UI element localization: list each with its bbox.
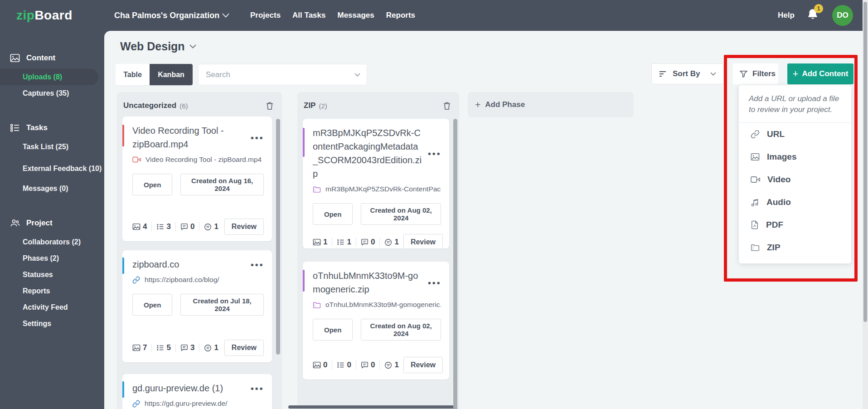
stat-phases: 1 [199,343,223,352]
more-options-icon[interactable]: ●●● [250,385,264,392]
stat-value: 1 [394,360,398,370]
sidebar-item-collaborators[interactable]: Collaborators (2) [0,234,104,250]
sidebar-item-uploads[interactable]: Uploads (8) [0,69,98,85]
tab-table[interactable]: Table [116,64,150,85]
stat-value: 5 [166,343,170,352]
project-title: Web Design [120,40,185,53]
help-link[interactable]: Help [778,11,795,20]
created-date-chip[interactable]: Created on Jul 18, 2024 [180,294,264,316]
add-content-label: Add Content [802,69,848,78]
sidebar-item-captures[interactable]: Captures (35) [0,85,104,102]
content-card-gd-guru[interactable]: gd.guru-preview.de (1) ●●● https://gd.gu… [122,374,272,409]
sidebar-item-external-feedback[interactable]: External Feedback (10) [0,155,104,180]
trash-icon[interactable] [266,102,274,110]
sidebar-item-messages[interactable]: Messages (0) [0,180,104,197]
stat-tasks: 5 [151,343,175,352]
menu-item-audio[interactable]: Audio [739,191,851,214]
review-button[interactable]: Review [403,234,443,248]
video-camera-icon [751,176,760,183]
sort-by-button[interactable]: Sort By [651,63,724,84]
sidebar-items-project: Collaborators (2) Phases (2) Statuses Re… [0,234,104,332]
nav-projects[interactable]: Projects [250,11,281,20]
video-camera-icon [132,156,141,163]
chevron-down-icon [189,44,196,49]
open-button[interactable]: Open [132,174,172,195]
chevron-down-icon [710,72,716,76]
card-title: mR3BpMJKqP5ZSDvRk-ContentPackagingMetada… [313,126,423,180]
add-phase-button[interactable]: + Add Phase [468,92,634,117]
card-file-link[interactable]: https://gd.guru-preview.de/ [132,399,264,408]
menu-item-pdf[interactable]: PDF [739,214,851,236]
open-button[interactable]: Open [132,294,172,316]
review-button[interactable]: Review [403,357,443,373]
menu-item-zip[interactable]: ZIP [739,236,851,259]
menu-item-label: ZIP [767,243,781,253]
card-accent-bar [122,258,124,274]
card-file-link[interactable]: Video Recording Tool - zipBoard.mp4 [132,156,264,164]
chevron-down-icon [222,13,229,18]
menu-item-video[interactable]: Video [739,168,851,191]
project-title-dropdown[interactable]: Web Design [120,40,196,53]
filters-label: Filters [752,69,776,78]
card-file-link[interactable]: mR3BpMJKqP5ZSDvRk-ContentPacka... [313,185,441,193]
organization-selector[interactable]: Cha Palmos's Organization [114,11,229,20]
tab-kanban[interactable]: Kanban [150,64,193,85]
menu-item-url[interactable]: URL [739,123,851,146]
sidebar-header-project: Project [0,217,104,229]
stat-value: 0 [190,222,194,231]
more-options-icon[interactable]: ●●● [427,279,441,286]
column-scrollbar[interactable] [276,119,280,355]
more-options-icon[interactable]: ●●● [427,150,441,157]
kanban-column-uncategorized: Uncategorized (6) Video Recording Tool -… [117,92,282,409]
content-card-zipboard-co[interactable]: zipboard.co ●●● https://zipboard.co/blog… [122,250,272,362]
review-button[interactable]: Review [224,219,264,235]
card-accent-bar [122,381,124,398]
open-button[interactable]: Open [313,203,353,225]
more-options-icon[interactable]: ●●● [250,261,264,268]
nav-all-tasks[interactable]: All Tasks [292,11,325,20]
column-title: ZIP [304,101,315,110]
column-scrollbar[interactable] [453,119,457,409]
card-file-link[interactable]: oTnhuLbMnmK33to9M-gomogeneric.... [313,301,441,309]
sidebar-section-title: Tasks [26,123,48,132]
stat-tasks: 3 [151,222,175,231]
search-input[interactable] [199,70,354,79]
sidebar-item-settings[interactable]: Settings [0,316,104,332]
review-button[interactable]: Review [224,340,264,356]
created-date-chip[interactable]: Created on Aug 02, 2024 [361,319,441,341]
sidebar-item-reports[interactable]: Reports [0,283,104,299]
menu-item-images[interactable]: Images [739,146,851,168]
card-accent-bar [303,128,305,157]
kanban-column-zip: ZIP (2) mR3BpMJKqP5ZSDvRk-ContentPackagi… [297,92,459,409]
created-date-chip[interactable]: Created on Aug 02, 2024 [361,203,441,225]
sidebar-item-activity-feed[interactable]: Activity Feed [0,299,104,316]
nav-reports[interactable]: Reports [386,11,415,20]
content-card-video-recording[interactable]: Video Recording Tool - zipBoard.mp4 ●●● … [122,117,272,241]
trash-icon[interactable] [443,102,451,110]
more-options-icon[interactable]: ●●● [250,134,264,141]
sort-icon [659,71,667,77]
filters-button[interactable]: Filters [733,63,778,84]
zip-folder-icon [751,243,760,251]
chevron-down-icon[interactable] [354,73,360,77]
sidebar-item-task-list[interactable]: Task List (25) [0,139,104,155]
sidebar-items-content: Uploads (8) Captures (35) [0,69,104,102]
sidebar-section-content: Content Uploads (8) Captures (35) [0,52,104,102]
nav-messages[interactable]: Messages [337,11,374,20]
content-card-gomogeneric-zip[interactable]: oTnhuLbMnmK33to9M-gomogeneric.zip ●●● oT… [303,262,449,380]
stat-comments: 0 [175,222,199,231]
sidebar-item-statuses[interactable]: Statuses [0,267,104,283]
sidebar-item-phases[interactable]: Phases (2) [0,250,104,267]
window-scrollbar-thumb[interactable] [863,2,867,322]
card-file-link[interactable]: https://zipboard.co/blog/ [132,276,264,284]
stat-value: 1 [214,343,218,352]
content-card-scorm-zip[interactable]: mR3BpMJKqP5ZSDvRk-ContentPackagingMetada… [303,119,449,248]
zipboard-logo[interactable]: zipBoard [16,8,73,23]
notifications-button[interactable]: 1 [806,7,821,24]
add-content-button[interactable]: + Add Content [787,63,853,84]
horizontal-scrollbar[interactable] [288,405,457,409]
avatar[interactable]: DO [832,5,853,26]
created-date-chip[interactable]: Created on Aug 16, 2024 [180,174,264,195]
open-button[interactable]: Open [313,319,353,341]
image-icon [313,239,321,246]
